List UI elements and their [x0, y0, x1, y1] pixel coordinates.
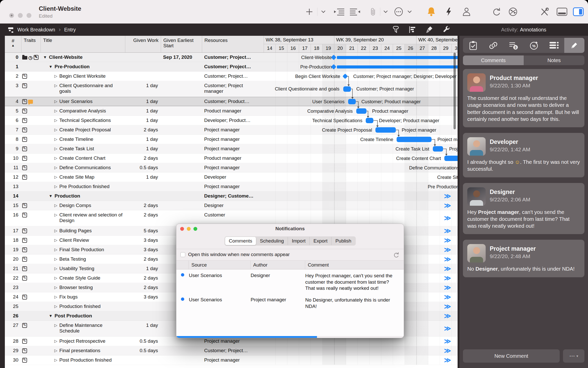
collapse-triangle-icon[interactable]: ▼ [49, 313, 53, 318]
gantt-row[interactable]: Client Questionnaire and goalsCustomer; … [264, 81, 458, 97]
table-row[interactable]: 11▷Define Communications0.5 daysProject … [5, 163, 458, 172]
gantt-row[interactable]: User ScenariosCustomer; Product manager [264, 97, 458, 106]
more-actions-button[interactable] [394, 0, 404, 24]
table-row[interactable]: 7▷Create Project Proposal2 daysProject m… [5, 125, 458, 135]
table-row[interactable]: 10▷Create Content Chart2 daysProduct man… [5, 154, 458, 163]
notifications-column-header[interactable]: Source [189, 261, 251, 269]
comment-card[interactable]: Project manager9/22/20, 2:48 AMNo Design… [463, 240, 584, 277]
settings-wrench-icon[interactable] [443, 26, 450, 33]
table-row[interactable]: 6▷Technical Specifications1 dayDeveloper… [5, 116, 458, 125]
column-header-number[interactable]: #▲ [5, 36, 21, 52]
tab-plan-clipboard-icon[interactable] [463, 38, 483, 53]
tab-progress-icon[interactable]: % [524, 38, 544, 53]
gantt-row[interactable]: Technical SpecificationsDeveloper; Produ… [264, 116, 458, 125]
gantt-week-header[interactable]: WK 40, September 27 [416, 36, 458, 44]
gantt-day-header[interactable]: 28 [428, 44, 440, 53]
scroll-to-bar-chevron[interactable]: ≫ [444, 347, 451, 355]
new-comment-button[interactable]: New Comment [463, 349, 560, 363]
gantt-day-header[interactable]: 15 [276, 44, 287, 53]
gantt-day-header[interactable]: 27 [416, 44, 428, 53]
task-bar[interactable] [343, 86, 351, 92]
notifications-tab-publish[interactable]: Publish [331, 237, 355, 245]
scroll-to-bar-chevron[interactable]: ≫ [444, 227, 451, 235]
open-window-checkbox[interactable] [180, 252, 185, 257]
summary-bar[interactable] [337, 65, 458, 68]
milestone-diamond[interactable] [342, 74, 348, 79]
scroll-to-bar-chevron[interactable]: ≫ [444, 236, 451, 244]
table-row[interactable]: 13▷Pre Production finishedProject manage… [5, 182, 458, 191]
scroll-to-bar-chevron[interactable]: ≫ [444, 214, 451, 222]
notifications-tab-export[interactable]: Export [309, 237, 331, 245]
scroll-to-bar-chevron[interactable]: ≫ [444, 303, 451, 310]
summary-start-marker[interactable] [331, 64, 336, 70]
breadcrumb-current[interactable]: Entry [64, 27, 76, 33]
column-header-title[interactable]: Title [41, 36, 125, 52]
gantt-row[interactable]: ≫ [264, 191, 458, 201]
gantt-row[interactable]: Client-Website [264, 53, 458, 62]
tab-annotations-pencil-icon[interactable] [564, 38, 584, 53]
gantt-row[interactable]: Pre-Production [264, 62, 458, 71]
refresh-icon[interactable] [393, 251, 399, 258]
add-item-button[interactable] [304, 0, 314, 24]
gantt-row[interactable]: ≫ [264, 346, 458, 355]
minimize-button[interactable] [18, 13, 23, 18]
notifications-column-header[interactable]: Author [251, 261, 305, 269]
style-brush-icon[interactable] [426, 26, 433, 33]
attachment-icon[interactable] [369, 0, 378, 24]
table-row[interactable]: 8▷Create Timeline1 dayProject managerCre… [5, 135, 458, 144]
collapse-triangle-icon[interactable]: ▼ [49, 64, 53, 69]
table-row[interactable]: 0◷▼Client-WebsiteSep 17, 2020Customer; P… [5, 53, 458, 62]
gantt-day-header[interactable]: 18 [311, 44, 323, 53]
gantt-day-header[interactable]: 23 [370, 44, 381, 53]
comment-card[interactable]: Developer9/22/20, 1:42 AMI already thoug… [463, 133, 584, 177]
table-row[interactable]: 4▷User Scenarios1 dayCustomer; Product…U… [5, 97, 458, 106]
scroll-to-bar-chevron[interactable]: ≫ [444, 255, 451, 263]
notifications-bell-icon[interactable] [426, 0, 437, 24]
gantt-row[interactable]: ≫ [264, 355, 458, 365]
sync-icon[interactable] [491, 0, 502, 24]
resources-person-icon[interactable] [461, 0, 472, 24]
task-bar[interactable] [433, 146, 443, 152]
collapse-triangle-icon[interactable]: ▼ [49, 193, 53, 198]
task-bar[interactable] [366, 118, 373, 123]
gantt-day-header[interactable]: 16 [287, 44, 299, 53]
table-row[interactable]: 14▼ProductionDesigner; Custome…≫ [5, 191, 458, 201]
network-globe-icon[interactable] [507, 0, 519, 24]
gantt-row[interactable]: Create Task ListProject manager [264, 144, 458, 153]
scroll-to-bar-chevron[interactable]: ≫ [444, 246, 451, 254]
scroll-to-bar-chevron[interactable]: ≫ [444, 274, 451, 282]
bottom-panel-toggle[interactable] [556, 0, 568, 24]
tab-links-icon[interactable] [483, 38, 503, 53]
gantt-row[interactable]: Create Content Chart [264, 154, 458, 163]
comment-options-button[interactable]: ⋯▾ [563, 349, 584, 363]
scroll-to-bar-chevron[interactable]: ≫ [444, 265, 451, 273]
column-header-resources[interactable]: Resources [202, 36, 264, 52]
annotation-tab-notes[interactable]: Notes [524, 55, 584, 65]
gantt-week-header[interactable]: WK 38, September 13 [264, 36, 334, 44]
gantt-row[interactable]: ≫ [264, 201, 458, 210]
scroll-to-bar-chevron[interactable]: ≫ [444, 284, 451, 292]
scroll-to-bar-chevron[interactable]: ≫ [444, 325, 451, 332]
gantt-day-header[interactable]: 26 [405, 44, 416, 53]
table-row[interactable]: 1▼Pre-ProductionCustomer; Project…Pre-Pr… [5, 62, 458, 72]
gantt-row[interactable]: Create Site Map [264, 172, 458, 182]
quick-action-lightning-icon[interactable] [445, 0, 453, 24]
notifications-column-header[interactable] [176, 261, 189, 269]
tab-details-rows-icon[interactable] [544, 38, 564, 53]
filter-funnel-icon[interactable] [393, 26, 399, 33]
notifications-tab-comments[interactable]: Comments [225, 237, 256, 245]
collapse-triangle-icon[interactable]: ▼ [43, 54, 47, 59]
table-row[interactable]: 30▷Post Production finishedProject manag… [5, 355, 458, 365]
scroll-to-bar-chevron[interactable]: ≫ [444, 293, 451, 301]
zoom-button[interactable] [27, 13, 31, 18]
table-row[interactable]: 15▷Design Comps2 daysDesigner≫ [5, 201, 458, 210]
outline-view-icon[interactable] [409, 26, 416, 33]
gantt-row[interactable]: Define Communications [264, 163, 458, 172]
gantt-row[interactable]: Create TimelineProject manager [264, 135, 458, 144]
gantt-week-header[interactable]: WK 39, September 20 [334, 36, 416, 44]
notification-row[interactable]: User ScenariosProject managerNo Designer… [176, 294, 404, 312]
gantt-row[interactable]: Begin Client WorksiteCustomer; Project m… [264, 72, 458, 81]
breadcrumb[interactable]: Work Breakdown › Entry [8, 24, 76, 36]
notifications-tab-scheduling[interactable]: Scheduling [256, 237, 288, 245]
task-bar[interactable] [348, 99, 356, 104]
